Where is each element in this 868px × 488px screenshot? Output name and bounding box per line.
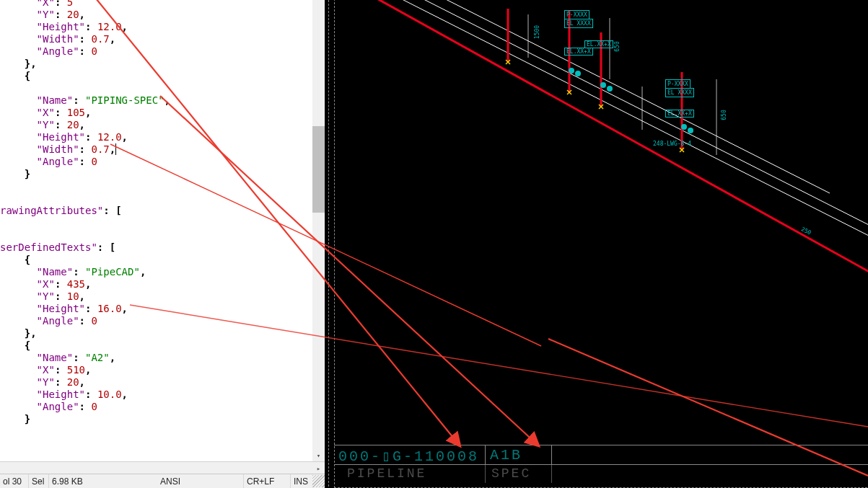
titleblock-pipeline-value: 000-▯G-110008 — [338, 447, 479, 465]
status-cursor: ol 30 — [0, 474, 29, 488]
drawing-frame-inner — [334, 0, 868, 488]
component-tag: EL.XX+X — [564, 48, 593, 56]
status-sel-label: Sel — [29, 474, 49, 488]
cad-viewer[interactable]: P-XXXX EL XXXX EL.XX+X P-XXXX EL XXXX EL… — [325, 0, 868, 488]
vertical-scrollbar[interactable]: ▾ — [312, 0, 325, 461]
dimension-text: 650 — [721, 110, 727, 120]
component-tag: EL.XX+X — [665, 110, 694, 117]
scroll-thumb[interactable] — [312, 126, 325, 213]
titleblock-spec-label: SPEC — [491, 466, 531, 481]
line-tag: 248-LWG-8-4 — [653, 141, 691, 147]
status-filesize: 6.98 KB — [49, 474, 136, 488]
code-editor[interactable]: "X": 5 "Y": 20, "Height": 12.0, "Width":… — [0, 0, 325, 461]
code-content[interactable]: "X": 5 "Y": 20, "Height": 12.0, "Width":… — [0, 0, 170, 425]
component-tag: EL.XX+X — [584, 40, 613, 48]
component-tag: EL XXXX — [564, 19, 593, 28]
status-bar: ol 30 Sel 6.98 KB ANSI CR+LF INS — [0, 474, 325, 488]
status-encoding: ANSI — [157, 474, 244, 488]
horizontal-scrollbar[interactable]: ▸ — [0, 461, 325, 474]
titleblock-pipeline-label: PIPELINE — [347, 466, 426, 481]
dimension-text: 650 — [614, 41, 621, 51]
resize-grip-icon[interactable] — [312, 475, 325, 487]
scroll-down-icon[interactable]: ▾ — [312, 449, 325, 461]
titleblock-spec-value: A1B — [490, 447, 522, 463]
status-ins: INS — [291, 474, 312, 488]
component-tag: EL XXXX — [665, 88, 694, 97]
scroll-right-icon[interactable]: ▸ — [312, 462, 325, 474]
editor-pane: "X": 5 "Y": 20, "Height": 12.0, "Width":… — [0, 0, 325, 488]
dimension-text: 1500 — [534, 25, 540, 39]
status-eol: CR+LF — [244, 474, 291, 488]
title-block: 000-▯G-110008 A1B PIPELINE SPEC — [334, 445, 868, 482]
